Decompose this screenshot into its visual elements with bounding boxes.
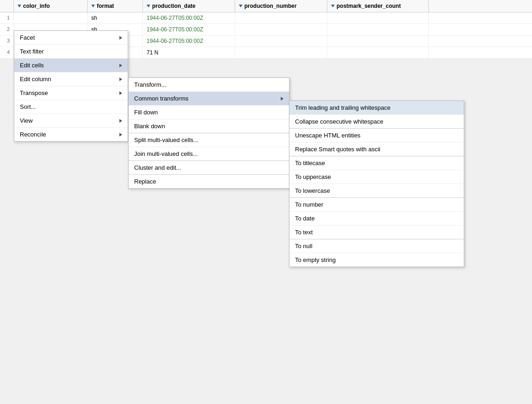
cell-3-production-date[interactable]: 1944-06-27T05:00:00Z xyxy=(143,36,235,47)
menu-item-trim-whitespace[interactable]: Trim leading and trailing whitespace xyxy=(290,101,464,115)
col-header-rownum xyxy=(0,0,14,12)
submenu-arrow-edit-cells xyxy=(119,64,122,67)
col-header-color-info[interactable]: color_info xyxy=(14,0,88,12)
cell-2-production-date[interactable]: 1944-06-27T05:00:00Z xyxy=(143,24,235,35)
menu-label-to-lowercase: To lowercase xyxy=(295,187,330,194)
menu-label-fill-down: Fill down xyxy=(134,109,158,116)
col-dropdown-format[interactable] xyxy=(91,5,95,7)
col-dropdown-production-date[interactable] xyxy=(147,5,150,7)
menu-item-to-titlecase[interactable]: To titlecase xyxy=(290,156,464,170)
menu-item-unescape-html[interactable]: Unescape HTML entities xyxy=(290,129,464,143)
col-label-production-date: production_date xyxy=(152,3,195,9)
menu-item-to-empty-string[interactable]: To empty string xyxy=(290,253,464,267)
menu-label-replace-smart-quotes: Replace Smart quotes with ascii xyxy=(295,146,380,153)
cell-2-postmark-sender[interactable] xyxy=(327,24,429,35)
col-dropdown-color-info[interactable] xyxy=(18,5,21,7)
menu-item-to-date[interactable]: To date xyxy=(290,212,464,226)
menu-label-facet: Facet xyxy=(20,34,35,41)
submenu-arrow-view xyxy=(119,119,122,123)
context-menu-level1: Facet Text filter Edit cells Edit column… xyxy=(14,30,128,142)
menu-item-transpose[interactable]: Transpose xyxy=(14,86,128,100)
menu-label-blank-down: Blank down xyxy=(134,123,165,130)
menu-item-facet[interactable]: Facet xyxy=(14,31,128,45)
col-header-production-number[interactable]: production_number xyxy=(235,0,327,12)
menu-label-to-number: To number xyxy=(295,201,323,208)
menu-label-to-null: To null xyxy=(295,243,313,250)
menu-item-split-multi[interactable]: Split multi-valued cells... xyxy=(129,133,289,147)
menu-item-reconcile[interactable]: Reconcile xyxy=(14,128,128,141)
menu-label-reconcile: Reconcile xyxy=(20,131,46,138)
menu-item-to-uppercase[interactable]: To uppercase xyxy=(290,170,464,184)
submenu-arrow-reconcile xyxy=(119,133,122,137)
menu-label-edit-column: Edit column xyxy=(20,76,51,83)
menu-item-collapse-whitespace[interactable]: Collapse consecutive whitespace xyxy=(290,115,464,129)
menu-item-replace[interactable]: Replace xyxy=(129,175,289,188)
row-num-2: 2 xyxy=(0,24,14,35)
menu-label-to-empty-string: To empty string xyxy=(295,256,336,263)
col-label-postmark-sender: postmark_sender_count xyxy=(337,3,401,9)
col-label-color-info: color_info xyxy=(23,3,50,9)
menu-item-text-filter[interactable]: Text filter xyxy=(14,45,128,59)
menu-item-to-number[interactable]: To number xyxy=(290,198,464,212)
cell-2-production-number[interactable] xyxy=(235,24,327,35)
menu-label-edit-cells: Edit cells xyxy=(20,62,44,69)
col-label-production-number: production_number xyxy=(244,3,296,9)
cell-1-postmark-sender[interactable] xyxy=(327,12,429,24)
cell-1-color-info[interactable] xyxy=(14,12,88,24)
submenu-arrow-facet xyxy=(119,36,122,40)
col-dropdown-production-number[interactable] xyxy=(239,5,242,7)
menu-item-fill-down[interactable]: Fill down xyxy=(129,106,289,119)
menu-item-blank-down[interactable]: Blank down xyxy=(129,119,289,133)
col-header-production-date[interactable]: production_date xyxy=(143,0,235,12)
menu-label-replace: Replace xyxy=(134,178,156,185)
menu-label-to-text: To text xyxy=(295,229,313,236)
row-num-4: 4 xyxy=(0,47,14,58)
menu-item-to-null[interactable]: To null xyxy=(290,239,464,253)
col-header-format[interactable]: format xyxy=(88,0,143,12)
row-num-3: 3 xyxy=(0,36,14,47)
menu-label-split-multi: Split multi-valued cells... xyxy=(134,137,198,143)
menu-item-edit-cells[interactable]: Edit cells xyxy=(14,59,128,72)
cell-1-production-number[interactable] xyxy=(235,12,327,24)
cell-1-production-date[interactable]: 1944-06-27T05:00:00Z xyxy=(143,12,235,24)
table-row: 1 sh 1944-06-27T05:00:00Z xyxy=(0,12,532,24)
cell-4-production-number[interactable] xyxy=(235,47,327,58)
menu-item-to-text[interactable]: To text xyxy=(290,226,464,239)
cell-3-production-number[interactable] xyxy=(235,36,327,47)
context-menu-level3: Trim leading and trailing whitespace Col… xyxy=(289,101,464,267)
context-menu-level2: Transform... Common transforms Fill down… xyxy=(128,77,290,189)
menu-label-to-uppercase: To uppercase xyxy=(295,173,331,180)
menu-item-transform[interactable]: Transform... xyxy=(129,78,289,92)
menu-item-replace-smart-quotes[interactable]: Replace Smart quotes with ascii xyxy=(290,143,464,156)
menu-item-sort[interactable]: Sort... xyxy=(14,100,128,114)
menu-item-view[interactable]: View xyxy=(14,114,128,128)
cell-3-postmark-sender[interactable] xyxy=(327,36,429,47)
menu-label-to-titlecase: To titlecase xyxy=(295,160,325,166)
menu-item-join-multi[interactable]: Join multi-valued cells... xyxy=(129,147,289,161)
menu-label-cluster-edit: Cluster and edit... xyxy=(134,164,181,171)
menu-label-common-transforms: Common transforms xyxy=(134,95,189,102)
cell-4-postmark-sender[interactable] xyxy=(327,47,429,58)
menu-label-trim-whitespace: Trim leading and trailing whitespace xyxy=(295,104,390,111)
menu-label-collapse-whitespace: Collapse consecutive whitespace xyxy=(295,118,384,125)
cell-4-production-date[interactable]: 71 N xyxy=(143,47,235,58)
menu-item-edit-column[interactable]: Edit column xyxy=(14,72,128,86)
table-header: color_info format production_date produc… xyxy=(0,0,532,12)
col-header-postmark-sender[interactable]: postmark_sender_count xyxy=(327,0,429,12)
col-label-format: format xyxy=(97,3,114,9)
submenu-arrow-common-transforms xyxy=(281,97,284,101)
menu-item-to-lowercase[interactable]: To lowercase xyxy=(290,184,464,198)
menu-label-view: View xyxy=(20,117,33,124)
menu-label-transpose: Transpose xyxy=(20,89,48,96)
menu-label-to-date: To date xyxy=(295,215,315,222)
menu-label-text-filter: Text filter xyxy=(20,48,44,55)
menu-item-cluster-edit[interactable]: Cluster and edit... xyxy=(129,161,289,175)
submenu-arrow-transpose xyxy=(119,91,122,95)
cell-1-format[interactable]: sh xyxy=(88,12,143,24)
col-dropdown-postmark-sender[interactable] xyxy=(331,5,335,7)
menu-item-common-transforms[interactable]: Common transforms xyxy=(129,92,289,106)
row-num-1: 1 xyxy=(0,12,14,24)
menu-label-sort: Sort... xyxy=(20,103,36,110)
submenu-arrow-edit-column xyxy=(119,77,122,81)
menu-label-unescape-html: Unescape HTML entities xyxy=(295,132,361,139)
